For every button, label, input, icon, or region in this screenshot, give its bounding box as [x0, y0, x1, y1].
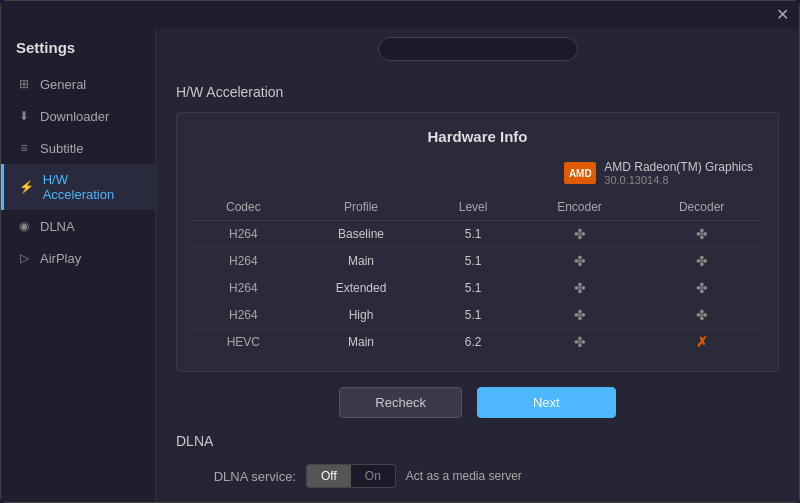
cell-codec: H264 — [192, 221, 295, 248]
col-header-profile: Profile — [295, 194, 428, 221]
hw-table-container: Hardware Info AMD AMD Radeon(TM) Graphic… — [176, 112, 779, 372]
gpu-name: AMD Radeon(TM) Graphics — [604, 160, 753, 174]
dlna-service-label: DLNA service: — [176, 469, 296, 484]
cell-profile: Main — [295, 248, 428, 275]
content-area: H/W Acceleration Hardware Info AMD AMD R… — [156, 29, 799, 502]
gpu-details: AMD Radeon(TM) Graphics 30.0.13014.8 — [604, 160, 753, 186]
recheck-button[interactable]: Recheck — [339, 387, 462, 418]
main-window: ✕ Settings ⊞ General ⬇ Downloader ≡ Subt… — [0, 0, 800, 503]
sidebar: Settings ⊞ General ⬇ Downloader ≡ Subtit… — [1, 29, 156, 502]
sidebar-item-subtitle[interactable]: ≡ Subtitle — [1, 132, 155, 164]
service-status-row: Service status: Stopped — [176, 500, 779, 502]
cell-profile: Main — [295, 329, 428, 356]
cell-level: 5.1 — [427, 275, 518, 302]
table-row: H264 Extended 5.1 ✤ ✤ — [192, 275, 763, 302]
cell-level: 5.1 — [427, 302, 518, 329]
sidebar-item-label: DLNA — [40, 219, 75, 234]
hw-section-title: H/W Acceleration — [176, 84, 779, 100]
cell-level: 6.2 — [427, 329, 518, 356]
btn-row: Recheck Next — [176, 387, 779, 418]
cell-encoder: ✤ — [519, 329, 640, 356]
hw-table-title: Hardware Info — [192, 128, 763, 145]
dlna-service-row: DLNA service: Off On Act as a media serv… — [176, 464, 779, 488]
service-status-label: Service status: — [176, 500, 296, 502]
sidebar-item-label: Subtitle — [40, 141, 83, 156]
sidebar-item-downloader[interactable]: ⬇ Downloader — [1, 100, 155, 132]
dlna-section-title: DLNA — [176, 433, 779, 449]
general-icon: ⊞ — [16, 76, 32, 92]
decoder-check-icon: ✤ — [696, 280, 708, 296]
cell-encoder: ✤ — [519, 221, 640, 248]
sidebar-item-label: Downloader — [40, 109, 109, 124]
cell-codec: H264 — [192, 248, 295, 275]
cell-decoder: ✤ — [640, 248, 763, 275]
cell-decoder: ✤ — [640, 221, 763, 248]
hw-table: Codec Profile Level Encoder Decoder H264… — [192, 194, 763, 356]
sidebar-item-airplay[interactable]: ▷ AirPlay — [1, 242, 155, 274]
sidebar-item-label: H/W Acceleration — [43, 172, 140, 202]
close-button[interactable]: ✕ — [776, 7, 789, 23]
title-bar: ✕ — [1, 1, 799, 29]
hw-acceleration-icon: ⚡ — [19, 179, 35, 195]
search-input[interactable] — [378, 37, 578, 61]
dlna-service-toggle: Off On — [306, 464, 396, 488]
dlna-service-on-btn[interactable]: On — [351, 465, 395, 487]
col-header-encoder: Encoder — [519, 194, 640, 221]
cell-profile: High — [295, 302, 428, 329]
sidebar-title: Settings — [1, 39, 155, 68]
decoder-check-icon: ✤ — [696, 253, 708, 269]
next-button[interactable]: Next — [477, 387, 616, 418]
dlna-icon: ◉ — [16, 218, 32, 234]
cell-encoder: ✤ — [519, 248, 640, 275]
sidebar-item-label: AirPlay — [40, 251, 81, 266]
cell-decoder: ✤ — [640, 302, 763, 329]
gpu-header: AMD AMD Radeon(TM) Graphics 30.0.13014.8 — [192, 160, 763, 186]
table-row: HEVC Main 6.2 ✤ ✗ — [192, 329, 763, 356]
cell-profile: Extended — [295, 275, 428, 302]
downloader-icon: ⬇ — [16, 108, 32, 124]
sidebar-item-dlna[interactable]: ◉ DLNA — [1, 210, 155, 242]
sidebar-item-label: General — [40, 77, 86, 92]
cell-codec: H264 — [192, 302, 295, 329]
cell-codec: H264 — [192, 275, 295, 302]
gpu-info: AMD AMD Radeon(TM) Graphics 30.0.13014.8 — [564, 160, 753, 186]
amd-logo: AMD — [564, 162, 596, 184]
cell-profile: Baseline — [295, 221, 428, 248]
cell-decoder: ✗ — [640, 329, 763, 356]
service-status-value: Stopped — [306, 500, 354, 502]
dlna-service-off-btn[interactable]: Off — [307, 465, 351, 487]
gpu-version: 30.0.13014.8 — [604, 174, 753, 186]
search-bar-container — [378, 37, 578, 61]
decoder-check-icon: ✤ — [696, 307, 708, 323]
col-header-codec: Codec — [192, 194, 295, 221]
sidebar-item-general[interactable]: ⊞ General — [1, 68, 155, 100]
cell-encoder: ✤ — [519, 302, 640, 329]
sidebar-item-hw-acceleration[interactable]: ⚡ H/W Acceleration — [1, 164, 155, 210]
cell-decoder: ✤ — [640, 275, 763, 302]
col-header-level: Level — [427, 194, 518, 221]
table-row: H264 Baseline 5.1 ✤ ✤ — [192, 221, 763, 248]
cell-codec: HEVC — [192, 329, 295, 356]
subtitle-icon: ≡ — [16, 140, 32, 156]
table-row: H264 Main 5.1 ✤ ✤ — [192, 248, 763, 275]
airplay-icon: ▷ — [16, 250, 32, 266]
main-layout: Settings ⊞ General ⬇ Downloader ≡ Subtit… — [1, 29, 799, 502]
cell-encoder: ✤ — [519, 275, 640, 302]
col-header-decoder: Decoder — [640, 194, 763, 221]
cell-level: 5.1 — [427, 221, 518, 248]
decoder-x-icon: ✗ — [696, 334, 708, 350]
dlna-service-note: Act as a media server — [406, 469, 522, 483]
cell-level: 5.1 — [427, 248, 518, 275]
decoder-check-icon: ✤ — [696, 226, 708, 242]
table-row: H264 High 5.1 ✤ ✤ — [192, 302, 763, 329]
